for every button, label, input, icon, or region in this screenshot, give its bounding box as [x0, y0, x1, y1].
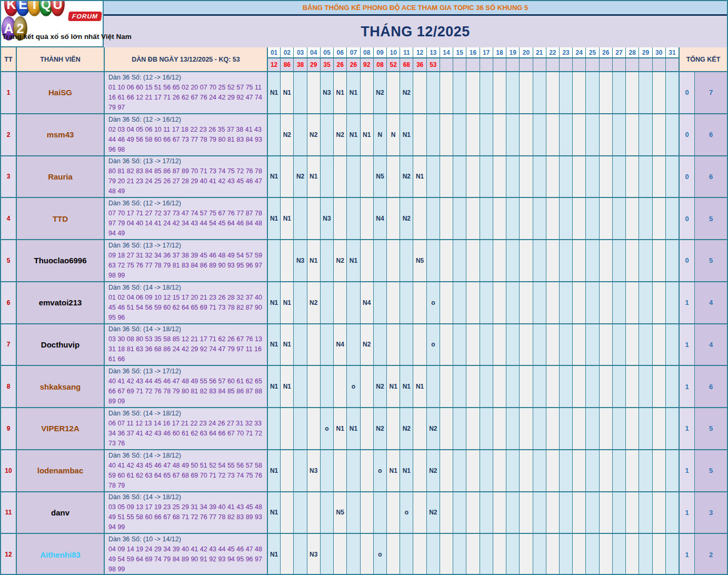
mark-day-02: N1 — [280, 197, 293, 239]
mark-day-16 — [466, 365, 479, 407]
total-win-count: 5 — [694, 407, 727, 449]
row-index: 5 — [1, 239, 16, 281]
day-result — [466, 58, 479, 71]
mark-day-02 — [280, 239, 293, 281]
mark-day-18 — [493, 407, 506, 449]
header-day-16: 16 — [466, 47, 479, 71]
month-title: THÁNG 12/2025 — [104, 16, 727, 47]
mark-day-01: N1 — [267, 71, 280, 113]
day-result — [440, 58, 453, 71]
mark-day-21 — [533, 239, 546, 281]
day-number: 25 — [586, 47, 599, 58]
dan-cell: Dàn 36 Số: (14 -> 18/12)03 05 09 13 17 1… — [104, 491, 267, 533]
mark-day-20 — [519, 71, 532, 113]
mark-day-29 — [639, 365, 652, 407]
dan-cell: Dàn 36 Số: (13 -> 17/12)09 18 27 31 32 3… — [104, 239, 267, 281]
dan-numbers: 04 09 14 19 24 29 34 39 40 41 42 43 44 4… — [108, 544, 265, 574]
mark-day-28 — [625, 281, 639, 323]
mark-day-27 — [612, 491, 625, 533]
mark-day-04 — [307, 197, 320, 239]
day-number: 10 — [387, 47, 400, 58]
mark-day-06: N5 — [333, 491, 346, 533]
row-index: 7 — [1, 323, 16, 365]
header-day-31: 31 — [665, 47, 679, 71]
mark-day-17 — [480, 113, 493, 155]
header-day-25: 25 — [585, 47, 599, 71]
mark-day-08: N1 — [360, 113, 373, 155]
mark-day-01 — [267, 239, 280, 281]
mark-day-09: N4 — [373, 197, 386, 239]
day-result — [613, 58, 625, 71]
day-number: 23 — [560, 47, 572, 58]
mark-day-19 — [506, 365, 519, 407]
total-miss-count: 1 — [679, 533, 694, 575]
mark-day-04 — [307, 491, 320, 533]
day-number: 07 — [347, 47, 360, 58]
dan-title: Dàn 36 Số: (10 -> 14/12) — [108, 534, 181, 544]
mark-day-15 — [453, 239, 466, 281]
row-index: 2 — [1, 113, 16, 155]
mark-day-12 — [413, 113, 426, 155]
header-day-20: 20 — [519, 47, 532, 71]
mark-day-04: N3 — [307, 449, 320, 491]
mark-day-21 — [533, 71, 546, 113]
mark-day-31 — [665, 239, 679, 281]
mark-day-23 — [559, 491, 572, 533]
dan-cell: Dàn 36 Số: (12 -> 16/12)01 10 06 60 15 5… — [104, 71, 267, 113]
mark-day-17 — [480, 155, 493, 197]
total-miss-count: 0 — [679, 239, 694, 281]
mark-day-05 — [320, 449, 333, 491]
mark-day-25 — [585, 197, 599, 239]
day-result: 53 — [427, 58, 440, 71]
total-miss-count: 1 — [679, 365, 694, 407]
mark-day-19 — [506, 113, 519, 155]
mark-day-26 — [599, 407, 612, 449]
mark-day-20 — [519, 449, 532, 491]
mark-day-10 — [386, 281, 400, 323]
row-index: 11 — [1, 491, 16, 533]
mark-day-06: N1 — [333, 407, 346, 449]
mark-day-13: N2 — [426, 449, 440, 491]
mark-day-29 — [639, 239, 652, 281]
mark-day-21 — [533, 365, 546, 407]
mark-day-29 — [639, 491, 652, 533]
day-result — [480, 58, 493, 71]
mark-day-12: N1 — [413, 155, 426, 197]
mark-day-03 — [293, 533, 306, 575]
dan-title: Dàn 36 Số: (13 -> 17/12) — [108, 241, 181, 251]
dan-title: Dàn 36 Số: (13 -> 17/12) — [108, 156, 181, 166]
mark-day-12 — [413, 407, 426, 449]
day-number: 03 — [294, 47, 306, 58]
member-name: danv — [16, 491, 104, 533]
mark-day-23 — [559, 197, 572, 239]
day-result: 86 — [281, 58, 293, 71]
mark-day-31 — [665, 365, 679, 407]
header-day-02: 0286 — [280, 47, 293, 71]
mark-day-18 — [493, 323, 506, 365]
mark-day-07 — [346, 155, 360, 197]
total-miss-count: 0 — [679, 155, 694, 197]
mark-day-28 — [625, 197, 639, 239]
mark-day-16 — [466, 491, 479, 533]
mark-day-16 — [466, 71, 479, 113]
mark-day-06: N4 — [333, 323, 346, 365]
header-day-23: 23 — [559, 47, 572, 71]
mark-day-30 — [652, 449, 665, 491]
day-number: 14 — [440, 47, 453, 58]
mark-day-07: N1 — [346, 407, 360, 449]
total-win-count: 4 — [694, 281, 727, 323]
mark-day-07: N1 — [346, 71, 360, 113]
day-number: 18 — [493, 47, 506, 58]
dan-numbers: 80 81 82 83 84 85 86 87 89 70 71 73 74 7… — [108, 166, 265, 196]
mark-day-14 — [440, 239, 453, 281]
mark-day-14 — [440, 113, 453, 155]
mark-day-31 — [665, 281, 679, 323]
mark-day-08 — [360, 197, 373, 239]
header-day-07: 0726 — [346, 47, 360, 71]
mark-day-15 — [453, 491, 466, 533]
day-number: 17 — [480, 47, 493, 58]
header-day-13: 1353 — [426, 47, 440, 71]
mark-day-05 — [320, 239, 333, 281]
mark-day-24 — [572, 113, 585, 155]
member-name: TTD — [16, 197, 104, 239]
